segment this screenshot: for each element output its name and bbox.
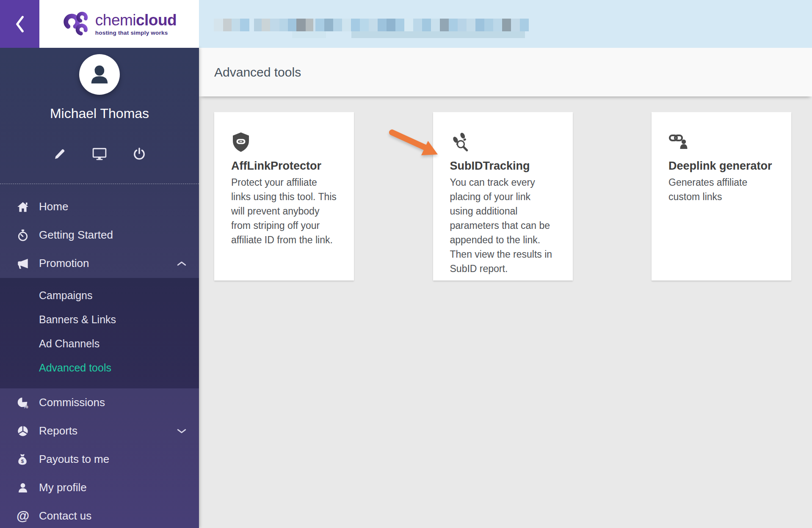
profile-actions: [0, 147, 199, 161]
avatar: [79, 54, 120, 95]
sidebar-item-label: Contact us: [39, 509, 91, 522]
card-subidtracking[interactable]: SubIDTracking You can track every placin…: [433, 112, 573, 280]
sidebar-item-label: Reports: [39, 424, 77, 437]
svg-text:%: %: [23, 403, 28, 409]
monitor-icon: [92, 147, 107, 161]
logo-tagline: hosting that simply works: [95, 30, 177, 36]
brand-cloud: cloud: [136, 11, 177, 29]
sidebar-nav-top: Home Getting Started Promotion: [0, 192, 199, 278]
bullhorn-icon: [15, 257, 30, 270]
pencil-icon: [53, 148, 66, 160]
submenu-item-campaigns[interactable]: Campaigns: [0, 283, 199, 308]
submenu-item-banners-links[interactable]: Banners & Links: [0, 308, 199, 332]
sidebar-item-commissions[interactable]: % Commissions: [0, 388, 199, 417]
sidebar-item-home[interactable]: Home: [0, 192, 199, 221]
top-notification-bar: [199, 0, 812, 48]
sidebar-item-label: Commissions: [39, 396, 105, 409]
sidebar-item-label: My profile: [39, 481, 87, 494]
card-description: Generates affiliate custom links: [668, 175, 774, 204]
card-description: You can track every placing of your link…: [450, 175, 556, 276]
pointer-arrow-icon: [386, 126, 441, 163]
blurred-text-block: [292, 31, 326, 38]
card-title: AffLinkProtector: [231, 160, 337, 173]
pie-chart-icon: [15, 424, 30, 438]
promotion-submenu: Campaigns Banners & Links Ad Channels Ad…: [0, 278, 199, 388]
chemicloud-logo[interactable]: chemicloud hosting that simply works: [39, 0, 199, 48]
svg-text:$: $: [21, 458, 24, 463]
logo-text: chemicloud hosting that simply works: [95, 12, 177, 36]
display-settings-button[interactable]: [92, 147, 107, 161]
user-icon: [15, 482, 30, 494]
sidebar-item-contact-us[interactable]: @ Contact us: [0, 502, 199, 528]
power-icon: [133, 147, 146, 161]
page-header: Advanced tools: [199, 48, 812, 96]
sidebar-item-label: Getting Started: [39, 228, 113, 242]
card-description: Protect your affiliate links using this …: [231, 175, 337, 247]
back-button[interactable]: [0, 0, 39, 48]
sidebar-item-label: Payouts to me: [39, 453, 109, 466]
blurred-text-block: [254, 19, 322, 31]
edit-profile-button[interactable]: [52, 147, 67, 161]
user-name: Michael Thomas: [0, 106, 199, 121]
sidebar-item-payouts[interactable]: $ Payouts to me: [0, 445, 199, 473]
sidebar: Michael Thomas Home: [0, 48, 199, 528]
sidebar-item-promotion[interactable]: Promotion: [0, 249, 199, 278]
chevron-left-icon: [14, 15, 25, 33]
home-icon: [15, 201, 30, 213]
stopwatch-icon: [15, 229, 30, 242]
chevron-down-icon: [177, 428, 186, 434]
card-deeplink-generator[interactable]: Deeplink generator Generates affiliate c…: [652, 112, 791, 280]
advanced-tools-cards: AffLinkProtector Protect your affiliate …: [214, 112, 791, 280]
sidebar-nav-bottom: % Commissions Reports $ Payouts to me My…: [0, 388, 199, 528]
pie-percent-icon: %: [15, 396, 30, 410]
footprints-search-icon: [450, 132, 556, 154]
card-title: SubIDTracking: [450, 160, 556, 173]
sidebar-item-getting-started[interactable]: Getting Started: [0, 221, 199, 249]
blurred-text-block: [214, 19, 249, 31]
card-title: Deeplink generator: [668, 160, 774, 173]
chemicloud-logo-icon: [62, 10, 90, 38]
logout-button[interactable]: [132, 147, 146, 161]
brand-chemi: chemi: [95, 11, 136, 29]
sidebar-item-label: Promotion: [39, 257, 89, 270]
card-afflinkprotector[interactable]: AffLinkProtector Protect your affiliate …: [214, 112, 354, 280]
chain-user-icon: [668, 132, 774, 154]
blurred-text-block: [315, 19, 529, 31]
sidebar-item-label: Home: [39, 200, 68, 213]
at-sign-icon: @: [15, 509, 30, 522]
money-bag-icon: $: [15, 453, 30, 466]
person-icon: [86, 61, 113, 88]
shield-link-icon: [231, 132, 337, 154]
sidebar-divider: [0, 184, 199, 184]
submenu-item-advanced-tools[interactable]: Advanced tools: [0, 356, 199, 380]
sidebar-item-my-profile[interactable]: My profile: [0, 473, 199, 502]
sidebar-item-reports[interactable]: Reports: [0, 417, 199, 445]
blurred-text-block: [351, 31, 525, 38]
submenu-item-ad-channels[interactable]: Ad Channels: [0, 332, 199, 356]
page-title: Advanced tools: [214, 65, 301, 80]
chevron-up-icon: [177, 261, 186, 267]
